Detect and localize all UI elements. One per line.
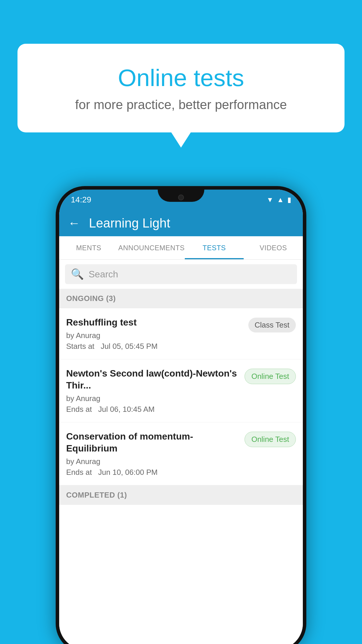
phone-frame: 14:29 ▼ ▲ ▮ ← Learning Light MENTS ANNOU… bbox=[56, 186, 306, 644]
test-name-1: Reshuffling test bbox=[66, 316, 244, 329]
app-title: Learning Light bbox=[89, 216, 170, 230]
test-info-1: Reshuffling test by Anurag Starts at Jul… bbox=[66, 316, 244, 351]
back-button[interactable]: ← bbox=[68, 216, 80, 230]
notch bbox=[158, 190, 204, 202]
test-badge-2: Online Test bbox=[245, 369, 296, 384]
completed-section-header: COMPLETED (1) bbox=[59, 485, 303, 505]
search-wrapper[interactable]: 🔍 Search bbox=[65, 264, 297, 284]
bubble-title: Online tests bbox=[41, 64, 321, 92]
test-badge-1: Class Test bbox=[248, 318, 296, 332]
notch-camera bbox=[178, 195, 184, 200]
search-container: 🔍 Search bbox=[59, 260, 303, 289]
test-item-1[interactable]: Reshuffling test by Anurag Starts at Jul… bbox=[59, 308, 303, 359]
phone-screen: 14:29 ▼ ▲ ▮ ← Learning Light MENTS ANNOU… bbox=[59, 190, 303, 644]
test-author-1: by Anurag bbox=[66, 331, 244, 340]
tab-ments-label: MENTS bbox=[76, 244, 101, 252]
test-item-3[interactable]: Conservation of momentum-Equilibrium by … bbox=[59, 422, 303, 485]
bubble-subtitle: for more practice, better performance bbox=[41, 97, 321, 112]
status-icons: ▼ ▲ ▮ bbox=[266, 196, 291, 204]
tab-ments[interactable]: MENTS bbox=[59, 236, 118, 259]
tab-announcements[interactable]: ANNOUNCEMENTS bbox=[118, 236, 185, 259]
tab-bar: MENTS ANNOUNCEMENTS TESTS VIDEOS bbox=[59, 236, 303, 260]
test-name-3: Conservation of momentum-Equilibrium bbox=[66, 430, 240, 455]
test-info-2: Newton's Second law(contd)-Newton's Thir… bbox=[66, 368, 240, 414]
signal-icon: ▲ bbox=[277, 196, 284, 204]
status-bar: 14:29 ▼ ▲ ▮ bbox=[59, 190, 303, 210]
test-time-2: Ends at Jul 06, 10:45 AM bbox=[66, 405, 240, 414]
test-name-2: Newton's Second law(contd)-Newton's Thir… bbox=[66, 368, 240, 392]
test-time-3: Ends at Jun 10, 06:00 PM bbox=[66, 468, 240, 477]
test-info-3: Conservation of momentum-Equilibrium by … bbox=[66, 430, 240, 477]
wifi-icon: ▼ bbox=[266, 196, 273, 204]
ongoing-section-header: ONGOING (3) bbox=[59, 289, 303, 308]
tab-announcements-label: ANNOUNCEMENTS bbox=[118, 244, 185, 252]
test-author-2: by Anurag bbox=[66, 394, 240, 403]
test-author-3: by Anurag bbox=[66, 457, 240, 466]
tab-videos[interactable]: VIDEOS bbox=[244, 236, 303, 259]
battery-icon: ▮ bbox=[287, 196, 291, 204]
tab-tests-label: TESTS bbox=[203, 244, 226, 252]
test-badge-3: Online Test bbox=[245, 432, 296, 447]
app-header: ← Learning Light bbox=[59, 210, 303, 236]
search-icon: 🔍 bbox=[71, 268, 84, 280]
search-placeholder: Search bbox=[89, 269, 118, 280]
speech-bubble: Online tests for more practice, better p… bbox=[17, 44, 345, 132]
status-time: 14:29 bbox=[71, 195, 91, 204]
tests-list: Reshuffling test by Anurag Starts at Jul… bbox=[59, 308, 303, 644]
test-time-1: Starts at Jul 05, 05:45 PM bbox=[66, 342, 244, 351]
speech-bubble-container: Online tests for more practice, better p… bbox=[17, 44, 345, 132]
test-item-2[interactable]: Newton's Second law(contd)-Newton's Thir… bbox=[59, 359, 303, 422]
tab-videos-label: VIDEOS bbox=[260, 244, 287, 252]
tab-tests[interactable]: TESTS bbox=[185, 236, 244, 259]
